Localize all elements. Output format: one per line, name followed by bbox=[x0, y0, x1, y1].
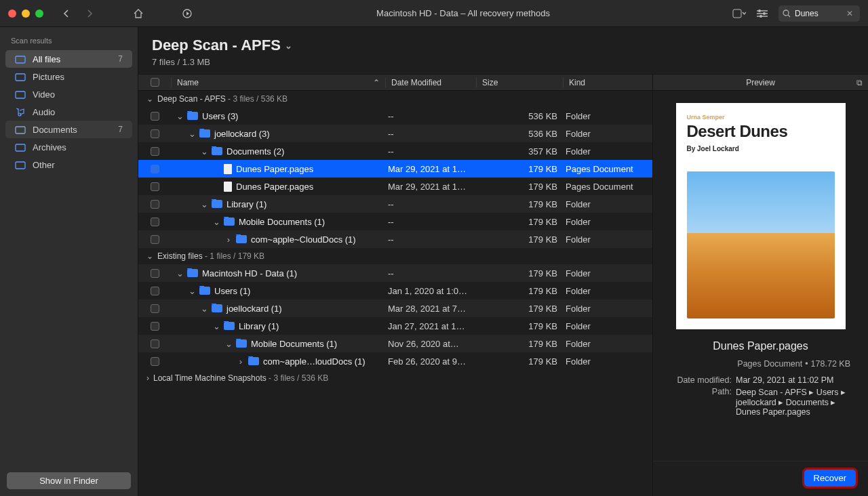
sidebar-icon bbox=[15, 159, 26, 170]
sidebar-item-audio[interactable]: Audio bbox=[5, 103, 132, 121]
disclosure-icon[interactable]: › bbox=[237, 356, 244, 367]
disclosure-icon[interactable]: ⌄ bbox=[225, 339, 232, 349]
sidebar-item-pictures[interactable]: Pictures bbox=[5, 68, 132, 85]
column-date[interactable]: Date Modified bbox=[385, 78, 476, 87]
row-checkbox[interactable] bbox=[151, 147, 159, 156]
group-stats: - 3 files / 536 KB bbox=[267, 373, 328, 383]
folder-row[interactable]: ⌄ Documents (2) -- 357 KB Folder bbox=[138, 142, 652, 160]
group-stats: - 3 files / 536 KB bbox=[226, 94, 288, 104]
recover-button[interactable]: Recover bbox=[804, 470, 856, 487]
folder-row[interactable]: › com~apple…loudDocs (1) Feb 26, 2020 at… bbox=[138, 352, 652, 370]
row-size: 179 KB bbox=[476, 268, 563, 278]
folder-row[interactable]: ⌄ Mobile Documents (1) Nov 26, 2020 at… … bbox=[138, 335, 652, 352]
back-button[interactable] bbox=[60, 7, 73, 20]
disclosure-icon[interactable]: ⌄ bbox=[176, 111, 183, 121]
row-checkbox[interactable] bbox=[151, 165, 159, 173]
window-controls bbox=[8, 9, 43, 18]
row-size: 536 KB bbox=[476, 111, 563, 121]
svg-point-3 bbox=[763, 12, 766, 15]
search-input[interactable] bbox=[795, 9, 842, 18]
scan-title[interactable]: Deep Scan - APFS ⌄ bbox=[152, 37, 854, 54]
row-date: -- bbox=[385, 199, 476, 209]
select-all-checkbox[interactable] bbox=[151, 78, 159, 87]
show-in-finder-button[interactable]: Show in Finder bbox=[7, 472, 131, 489]
folder-row[interactable]: ⌄ joellockard (1) Mar 28, 2021 at 7… 179… bbox=[138, 299, 652, 317]
disclosure-icon[interactable]: ⌄ bbox=[176, 268, 183, 278]
disclosure-icon[interactable]: ⌄ bbox=[189, 286, 195, 296]
file-row[interactable]: Dunes Paper.pages Mar 29, 2021 at 1… 179… bbox=[138, 178, 652, 195]
row-checkbox[interactable] bbox=[151, 112, 159, 121]
close-icon[interactable] bbox=[8, 9, 16, 18]
disclosure-icon[interactable]: › bbox=[225, 234, 232, 245]
row-checkbox[interactable] bbox=[151, 182, 159, 191]
search-box[interactable]: ✕ bbox=[778, 5, 860, 22]
path-label: Path: bbox=[671, 387, 732, 417]
row-checkbox[interactable] bbox=[151, 200, 159, 209]
sidebar-item-count: 7 bbox=[118, 54, 123, 64]
maximize-icon[interactable] bbox=[35, 9, 43, 18]
group-label: Existing files bbox=[157, 251, 203, 261]
folder-row[interactable]: ⌄ Users (1) Jan 1, 2020 at 1:0… 179 KB F… bbox=[138, 282, 652, 299]
svg-rect-6 bbox=[16, 56, 25, 63]
sidebar-item-video[interactable]: Video bbox=[5, 85, 132, 103]
folder-row[interactable]: ⌄ Users (3) -- 536 KB Folder bbox=[138, 107, 652, 125]
folder-row[interactable]: ⌄ Library (1) -- 179 KB Folder bbox=[138, 195, 652, 213]
row-checkbox[interactable] bbox=[151, 218, 159, 226]
column-size[interactable]: Size bbox=[476, 78, 563, 87]
folder-row[interactable]: ⌄ Mobile Documents (1) -- 179 KB Folder bbox=[138, 213, 652, 230]
disclosure-icon[interactable]: ⌄ bbox=[189, 129, 195, 139]
row-kind: Folder bbox=[563, 146, 652, 157]
row-checkbox[interactable] bbox=[151, 339, 159, 348]
chevron-down-icon[interactable]: ⌄ bbox=[285, 41, 292, 51]
titlebar: Macintosh HD - Data – All recovery metho… bbox=[0, 0, 868, 27]
row-checkbox[interactable] bbox=[151, 304, 159, 313]
forward-button[interactable] bbox=[83, 7, 96, 20]
settings-icon[interactable] bbox=[755, 7, 769, 20]
progress-icon[interactable] bbox=[180, 7, 194, 20]
row-checkbox[interactable] bbox=[151, 287, 159, 295]
disclosure-icon[interactable]: › bbox=[146, 373, 149, 383]
group-row[interactable]: › Local Time Machine Snapshots - 3 files… bbox=[138, 370, 652, 386]
row-checkbox[interactable] bbox=[151, 322, 159, 331]
row-name: Documents (2) bbox=[226, 146, 284, 157]
disclosure-icon[interactable]: ⌄ bbox=[201, 304, 208, 314]
group-row[interactable]: ⌄ Deep Scan - APFS - 3 files / 536 KB bbox=[138, 91, 652, 107]
clear-search-icon[interactable]: ✕ bbox=[846, 9, 853, 18]
row-checkbox[interactable] bbox=[151, 129, 159, 138]
svg-point-4 bbox=[760, 15, 762, 18]
sidebar-item-documents[interactable]: Documents 7 bbox=[5, 121, 132, 138]
expand-preview-icon[interactable]: ⧉ bbox=[856, 78, 863, 87]
sidebar-item-other[interactable]: Other bbox=[5, 156, 132, 173]
row-date: Mar 29, 2021 at 1… bbox=[385, 182, 476, 192]
disclosure-icon[interactable]: ⌄ bbox=[213, 321, 220, 331]
folder-row[interactable]: ⌄ Library (1) Jan 27, 2021 at 1… 179 KB … bbox=[138, 317, 652, 335]
sidebar-item-all-files[interactable]: All files 7 bbox=[5, 50, 132, 68]
disclosure-icon[interactable]: ⌄ bbox=[201, 146, 208, 157]
sidebar-item-archives[interactable]: Archives bbox=[5, 138, 132, 156]
row-size: 179 KB bbox=[476, 217, 563, 227]
sidebar-icon bbox=[15, 54, 26, 64]
sort-indicator-icon: ⌃ bbox=[373, 78, 380, 87]
row-checkbox[interactable] bbox=[151, 235, 159, 244]
view-options-icon[interactable] bbox=[732, 7, 746, 20]
row-checkbox[interactable] bbox=[151, 357, 159, 366]
disclosure-icon[interactable]: ⌄ bbox=[146, 251, 153, 261]
folder-row[interactable]: ⌄ joellockard (3) -- 536 KB Folder bbox=[138, 125, 652, 142]
sidebar-item-count: 7 bbox=[118, 125, 123, 134]
folder-row[interactable]: › com~apple~CloudDocs (1) -- 179 KB Fold… bbox=[138, 230, 652, 248]
folder-row[interactable]: ⌄ Macintosh HD - Data (1) -- 179 KB Fold… bbox=[138, 264, 652, 282]
column-kind[interactable]: Kind bbox=[563, 78, 652, 87]
row-checkbox[interactable] bbox=[151, 269, 159, 278]
column-name[interactable]: Name⌃ bbox=[171, 78, 385, 87]
group-row[interactable]: ⌄ Existing files - 1 files / 179 KB bbox=[138, 248, 652, 264]
disclosure-icon[interactable]: ⌄ bbox=[201, 199, 208, 209]
sidebar-item-label: Video bbox=[33, 89, 55, 100]
minimize-icon[interactable] bbox=[22, 9, 30, 18]
disclosure-icon[interactable]: ⌄ bbox=[146, 94, 153, 104]
file-row[interactable]: Dunes Paper.pages Mar 29, 2021 at 1… 179… bbox=[138, 160, 652, 178]
disclosure-icon[interactable]: ⌄ bbox=[213, 217, 220, 227]
row-name: Mobile Documents (1) bbox=[239, 217, 325, 227]
file-list: Name⌃ Date Modified Size Kind ⌄ Deep Sca… bbox=[138, 74, 652, 496]
sidebar-icon bbox=[15, 142, 26, 152]
home-icon[interactable] bbox=[132, 7, 145, 20]
